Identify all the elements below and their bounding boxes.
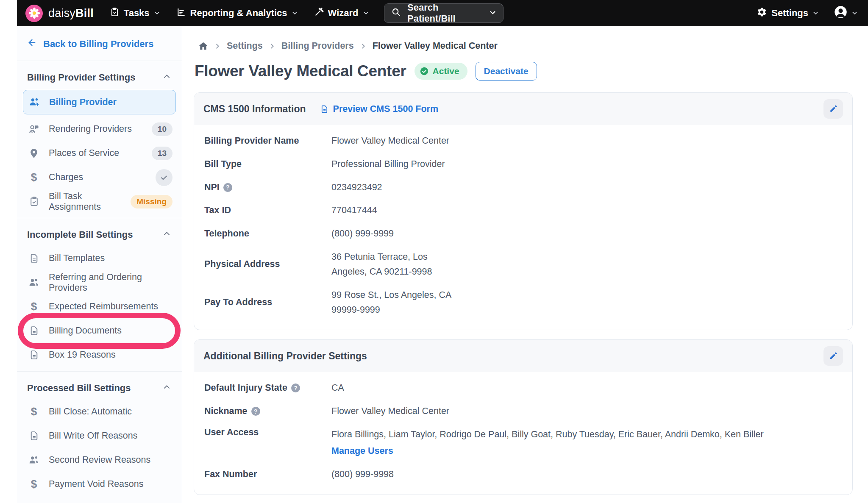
top-navbar: daisyBill Tasks Reporting & Analytics Wi… [17, 0, 868, 26]
search-icon [391, 7, 401, 19]
field-row: Bill Type Professional Billing Provider [204, 153, 842, 176]
breadcrumb-settings[interactable]: Settings [227, 41, 263, 51]
people-group-icon [27, 454, 41, 466]
nav-account[interactable] [834, 6, 858, 21]
document-icon [27, 253, 41, 264]
sidebar-item-expected-reimbursements[interactable]: $ Expected Reimbursements [17, 295, 182, 319]
user-avatar-icon [834, 6, 847, 21]
sidebar-item-label: Billing Provider [49, 97, 117, 108]
map-pin-icon [27, 148, 41, 159]
field-row: NPI? 0234923492 [204, 176, 842, 199]
sidebar-item-billing-documents[interactable]: Billing Documents [17, 319, 182, 343]
chevron-down-icon [812, 8, 819, 19]
sidebar-item-label: Billing Documents [49, 325, 122, 336]
people-group-icon [27, 277, 41, 289]
brand-name: daisyBill [48, 7, 94, 20]
chevron-up-icon[interactable] [163, 383, 171, 394]
breadcrumb-billing-providers[interactable]: Billing Providers [281, 41, 354, 51]
section-billing-provider-settings: Billing Provider Settings Billing Provid… [17, 61, 182, 218]
sidebar-item-label: Payment Void Reasons [49, 479, 144, 489]
manage-users-link[interactable]: Manage Users [331, 444, 393, 459]
daisy-flower-icon [25, 5, 43, 22]
sidebar-item-referring-ordering-providers[interactable]: Referring and Ordering Providers [17, 270, 182, 295]
section-processed-bill-settings: Processed Bill Settings $ Bill Close: Au… [17, 371, 182, 503]
main-content: Settings Billing Providers Flower Valley… [182, 26, 868, 503]
sidebar-item-bill-write-off-reasons[interactable]: Bill Write Off Reasons [17, 424, 182, 448]
sidebar-item-label: Charges [49, 172, 83, 183]
back-to-billing-providers-link[interactable]: Back to Billing Providers [17, 26, 182, 61]
magic-wand-icon [314, 7, 324, 19]
sidebar-item-bill-close-automatic[interactable]: $ Bill Close: Automatic [17, 400, 182, 424]
pencil-icon [828, 104, 838, 114]
app-window: daisyBill Tasks Reporting & Analytics Wi… [17, 0, 868, 503]
sidebar-item-charges[interactable]: $ Charges [17, 165, 182, 189]
sidebar-item-label: Bill Close: Automatic [49, 406, 132, 417]
help-icon[interactable]: ? [223, 183, 232, 192]
field-row: Billing Provider Name Flower Valley Medi… [204, 129, 842, 153]
home-icon[interactable] [198, 41, 208, 51]
active-status-badge: Active [415, 63, 467, 80]
sidebar-item-bill-task-assignments[interactable]: Bill Task Assignments Missing [17, 189, 182, 214]
nav-tasks[interactable]: Tasks [110, 7, 160, 19]
preview-cms-1500-link[interactable]: Preview CMS 1500 Form [320, 104, 439, 114]
field-row: Physical Address 36 Petunia Terrace, Los… [204, 245, 842, 283]
sidebar-item-label: Bill Write Off Reasons [49, 431, 138, 441]
search-label: Search Patient/Bill [407, 2, 483, 24]
nav-settings[interactable]: Settings [757, 7, 819, 20]
tasks-clipboard-icon [110, 7, 120, 19]
navbar-right-group: Settings [757, 6, 858, 21]
sidebar-item-label: Box 19 Reasons [49, 350, 116, 360]
field-row: Telephone (800) 999-9999 [204, 222, 842, 245]
sidebar-item-bill-templates[interactable]: Bill Templates [17, 246, 182, 270]
deactivate-button[interactable]: Deactivate [476, 62, 537, 81]
card-title: CMS 1500 Information [203, 103, 306, 115]
help-icon[interactable]: ? [251, 407, 260, 416]
chevron-up-icon[interactable] [163, 229, 171, 240]
section-incomplete-bill-settings: Incomplete Bill Settings Bill Templates … [17, 218, 182, 371]
sidebar-item-payment-void-reasons[interactable]: $ Payment Void Reasons [17, 472, 182, 496]
settings-sidebar: Back to Billing Providers Billing Provid… [17, 26, 182, 503]
sidebar-item-second-review-reasons[interactable]: Second Review Reasons [17, 448, 182, 472]
sidebar-item-places-of-service[interactable]: Places of Service 13 [17, 141, 182, 165]
arrow-left-icon [27, 38, 37, 50]
sidebar-item-label: Expected Reimbursements [49, 301, 158, 312]
chevron-down-icon [851, 8, 858, 19]
sidebar-item-label: Places of Service [49, 148, 119, 158]
chevron-up-icon[interactable] [163, 72, 171, 83]
breadcrumb: Settings Billing Providers Flower Valley… [194, 41, 853, 51]
nav-wizard[interactable]: Wizard [314, 7, 369, 19]
clipboard-check-icon [27, 196, 41, 207]
field-row: Fax Number (800) 999-9998 [204, 463, 842, 486]
chevron-down-icon [363, 8, 369, 19]
sidebar-item-box-19-reasons[interactable]: Box 19 Reasons [17, 343, 182, 367]
sidebar-item-appeal-documents[interactable]: Appeal Documents [17, 496, 182, 503]
gear-icon [757, 7, 767, 20]
help-icon[interactable]: ? [291, 384, 300, 392]
dollar-icon: $ [27, 300, 41, 313]
document-icon [27, 431, 41, 441]
daisybill-logo[interactable]: daisyBill [25, 5, 94, 22]
sidebar-item-label: Referring and Ordering Providers [49, 272, 172, 293]
chevron-down-icon [292, 8, 298, 19]
edit-additional-settings-button[interactable] [823, 346, 843, 366]
pencil-icon [828, 351, 838, 361]
provider-chat-icon [27, 123, 41, 135]
nav-reporting-analytics[interactable]: Reporting & Analytics [176, 7, 298, 19]
people-group-icon [28, 96, 41, 108]
field-row: Tax ID 770417444 [204, 199, 842, 222]
bar-chart-icon [176, 7, 186, 19]
sidebar-item-label: Bill Task Assignments [49, 191, 122, 212]
count-badge: 10 [152, 122, 172, 136]
page-title: Flower Valley Medical Center [195, 62, 406, 80]
sidebar-item-billing-provider[interactable]: Billing Provider [23, 90, 176, 114]
search-patient-bill[interactable]: Search Patient/Bill [384, 3, 504, 23]
edit-cms-button[interactable] [823, 99, 843, 119]
field-row: Nickname? Flower Valley Medical Center [204, 400, 842, 423]
section-title: Incomplete Bill Settings [27, 229, 133, 240]
cms-1500-card: CMS 1500 Information Preview CMS 1500 Fo… [194, 92, 853, 330]
field-row: Default Injury State? CA [204, 376, 842, 400]
count-badge: 13 [152, 147, 172, 160]
sidebar-item-rendering-providers[interactable]: Rendering Providers 10 [17, 117, 182, 141]
section-title: Processed Bill Settings [27, 383, 131, 394]
field-row: User Access Flora Billings, Liam Taylor,… [204, 423, 842, 463]
